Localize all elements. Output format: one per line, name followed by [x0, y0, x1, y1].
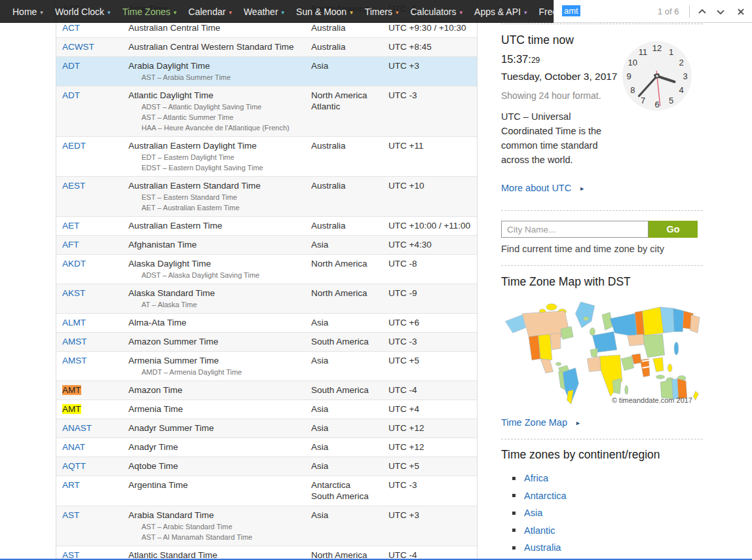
nav-item-apps-api[interactable]: Apps & API▾ [468, 0, 533, 23]
table-row: ALMTAlma-Ata TimeAsiaUTC +6 [56, 314, 477, 333]
table-row: AMSTArmenia Summer TimeAMDT – Armenia Da… [56, 352, 477, 381]
nav-item-time-zones[interactable]: Time Zones▾ [117, 0, 183, 23]
table-row: AETAustralian Eastern TimeAustraliaUTC +… [56, 217, 477, 236]
find-next-button[interactable] [715, 7, 726, 17]
tz-abbr-link[interactable]: ANAST [62, 423, 92, 433]
tz-offset: UTC +12 [388, 422, 477, 434]
table-row: AMTArmenia TimeAsiaUTC +4 [56, 400, 477, 419]
nav-item-home[interactable]: Home▾ [7, 0, 49, 23]
regions-list: AfricaAntarcticaAsiaAtlanticAustraliaCar… [501, 470, 703, 560]
region-link-africa[interactable]: Africa [524, 473, 548, 483]
tz-name: Amazon Time [128, 384, 311, 396]
tz-name: Alma-Ata Time [128, 317, 311, 328]
find-close-button[interactable] [736, 7, 746, 17]
tz-name: Australian Eastern Standard Time [128, 180, 311, 191]
tz-name-cell: Afghanistan Time [128, 239, 311, 250]
tz-abbr-link[interactable]: ART [62, 480, 80, 490]
nav-item-calculators[interactable]: Calculators▾ [405, 0, 469, 23]
tz-abbr-link[interactable]: AST [62, 510, 79, 520]
tz-abbr-link[interactable]: ANAT [62, 442, 85, 452]
region-link-antarctica[interactable]: Antarctica [524, 491, 566, 501]
tz-offset: UTC +5 [388, 460, 477, 472]
tz-abbr-cell: AQTT [56, 460, 128, 472]
tz-location: Asia [311, 355, 388, 366]
region-link-atlantic[interactable]: Atlantic [524, 525, 555, 536]
city-name-input[interactable] [501, 221, 649, 238]
time-zone-map-link[interactable]: Time Zone Map ► [501, 417, 703, 428]
tz-alt-name: AST – Al Manamah Standard Time [128, 532, 311, 542]
tz-abbr-link[interactable]: AKST [62, 288, 85, 298]
tz-offset-cell: UTC +5 [388, 355, 477, 377]
tz-abbr-link[interactable]: AMT [62, 385, 81, 395]
tz-name: Amazon Summer Time [128, 336, 311, 347]
tz-abbr-link[interactable]: ADT [62, 90, 80, 100]
more-about-utc-label: More about UTC [501, 183, 571, 193]
analog-clock: 123 456 789 101112 [622, 41, 692, 111]
tz-location-cell: South America [311, 384, 388, 396]
table-row: ADTArabia Daylight TimeAST – Arabia Summ… [56, 57, 477, 86]
tz-offset-cell: UTC +12 [388, 441, 477, 453]
tz-name-cell: Anadyr Summer Time [128, 422, 311, 434]
tz-abbr-link[interactable]: AMST [62, 337, 87, 346]
nav-item-label: World Clock [55, 7, 104, 17]
chevron-down-icon: ▾ [282, 9, 285, 16]
regions-heading: Time zones by continent/region [501, 448, 703, 462]
tz-location: Asia [311, 239, 388, 250]
tz-location-cell: South America [311, 336, 388, 347]
chevron-down-icon: ▾ [40, 9, 43, 16]
tz-name: Alaska Daylight Time [128, 258, 311, 269]
tz-name: Alaska Standard Time [128, 288, 311, 299]
tz-abbr-link[interactable]: ACT [62, 23, 80, 33]
find-previous-button[interactable] [697, 7, 707, 17]
nav-item-sun-moon[interactable]: Sun & Moon▾ [290, 0, 359, 23]
region-link-australia[interactable]: Australia [524, 542, 561, 553]
tz-abbr-cell: AMT [56, 384, 128, 396]
tz-abbr-cell: ANAST [56, 422, 128, 434]
tz-location-cell: Australia [311, 140, 388, 172]
nav-item-world-clock[interactable]: World Clock▾ [49, 0, 117, 23]
tz-abbr-link[interactable]: AMST [62, 356, 87, 365]
close-icon [736, 7, 746, 17]
nav-item-weather[interactable]: Weather▾ [238, 0, 290, 23]
time-zone-map-image[interactable]: © timeanddate.com 2017 [501, 295, 703, 405]
tz-abbr-link[interactable]: AKDT [62, 259, 86, 269]
nav-item-timers[interactable]: Timers▾ [359, 0, 405, 23]
tz-abbr-link[interactable]: ACWST [62, 42, 94, 52]
nav-item-label: Weather [244, 7, 278, 17]
table-row: ARTArgentina TimeAntarcticaSouth America… [56, 476, 477, 506]
tz-name-cell: Australian Eastern Daylight TimeEDT – Ea… [128, 140, 311, 172]
chevron-down-icon [715, 7, 726, 17]
tz-name: Arabia Daylight Time [128, 60, 311, 71]
nav-item-calendar[interactable]: Calendar▾ [183, 0, 238, 23]
tz-abbr-link[interactable]: AQTT [62, 461, 86, 471]
time-zone-map-label: Time Zone Map [501, 417, 567, 428]
tz-abbr-link[interactable]: AEST [62, 181, 85, 191]
region-link-asia[interactable]: Asia [524, 508, 542, 518]
chevron-down-icon: ▾ [350, 9, 353, 16]
tz-abbr-cell: ADT [56, 90, 128, 132]
tz-abbr-link[interactable]: ADT [62, 61, 80, 71]
tz-abbr-link[interactable]: AMT [62, 404, 81, 414]
tz-name-cell: Argentina Time [128, 479, 311, 502]
tz-name: Atlantic Daylight Time [128, 90, 311, 101]
nav-item-label: Time Zones [122, 7, 170, 17]
svg-text:3: 3 [683, 71, 687, 81]
tz-abbr-link[interactable]: AEDT [62, 141, 86, 151]
tz-abbr-link[interactable]: ALMT [62, 318, 86, 327]
more-about-utc-link[interactable]: More about UTC ► [501, 183, 703, 193]
go-button[interactable]: Go [649, 221, 698, 238]
tz-abbr-cell: ACWST [56, 41, 128, 52]
table-row: AKDTAlaska Daylight TimeADST – Alaska Da… [56, 255, 477, 284]
find-query-input[interactable]: amt [562, 5, 580, 16]
table-row: AMTAmazon TimeSouth AmericaUTC -4 [56, 381, 477, 400]
tz-location-cell: Asia [311, 403, 388, 415]
nav-item-label: Timers [365, 7, 392, 17]
list-item: Antarctica [501, 487, 703, 505]
world-map-graphic [501, 295, 703, 405]
tz-name: Anadyr Summer Time [128, 422, 311, 434]
tz-abbr-link[interactable]: AFT [62, 240, 79, 250]
sidebar: UTC time now 15:37:29 Tuesday, October 3… [501, 0, 703, 560]
nav-item-label: Calculators [411, 7, 457, 17]
tz-abbr-link[interactable]: AET [62, 221, 79, 231]
tz-abbr-cell: AET [56, 220, 128, 231]
